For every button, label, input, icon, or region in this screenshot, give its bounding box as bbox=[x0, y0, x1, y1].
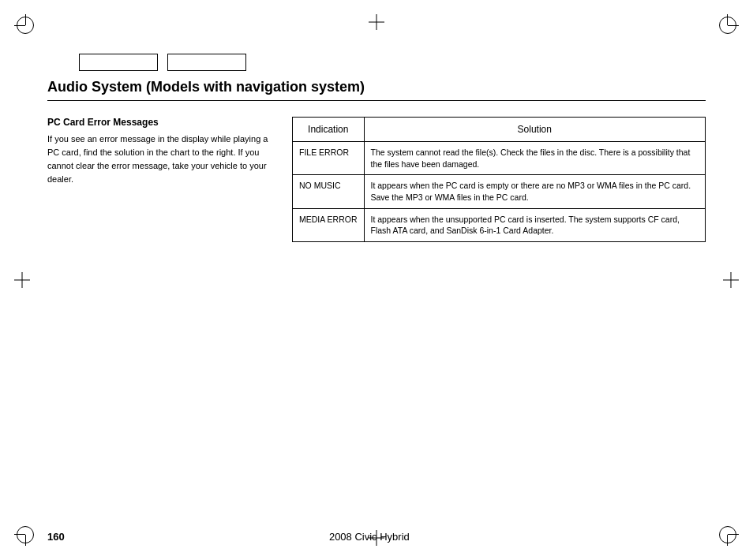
footer: 160 2008 Civic Hybrid bbox=[47, 531, 706, 543]
tab-area bbox=[79, 54, 246, 71]
error-table: Indication Solution FILE ERRORThe system… bbox=[292, 117, 706, 242]
two-column-layout: PC Card Error Messages If you see an err… bbox=[47, 117, 706, 242]
table-row: FILE ERRORThe system cannot read the fil… bbox=[293, 142, 706, 175]
table-row: NO MUSICIt appears when the PC card is e… bbox=[293, 175, 706, 208]
reg-mark-bl bbox=[14, 524, 36, 546]
page: Audio System (Models with navigation sys… bbox=[0, 0, 753, 560]
footer-center-text: 2008 Civic Hybrid bbox=[65, 531, 674, 543]
col-solution-header: Solution bbox=[364, 118, 705, 142]
section-heading: PC Card Error Messages bbox=[47, 117, 276, 128]
col-indication-header: Indication bbox=[293, 118, 365, 142]
solution-cell-2: It appears when the unsupported PC card … bbox=[364, 208, 705, 241]
left-column: PC Card Error Messages If you see an err… bbox=[47, 117, 292, 242]
section-body: If you see an error message in the displ… bbox=[47, 133, 276, 186]
solution-cell-1: It appears when the PC card is empty or … bbox=[364, 175, 705, 208]
tab-rect-2 bbox=[167, 54, 246, 71]
crosshair-top bbox=[369, 14, 384, 30]
solution-cell-0: The system cannot read the file(s). Chec… bbox=[364, 142, 705, 175]
crosshair-right bbox=[723, 272, 739, 288]
indication-cell-0: FILE ERROR bbox=[293, 142, 365, 175]
table-row: MEDIA ERRORIt appears when the unsupport… bbox=[293, 208, 706, 241]
tab-rect-1 bbox=[79, 54, 158, 71]
page-number: 160 bbox=[47, 531, 65, 543]
reg-mark-br bbox=[717, 524, 739, 546]
main-content: Audio System (Models with navigation sys… bbox=[47, 79, 706, 497]
crosshair-left bbox=[14, 272, 30, 288]
page-title: Audio System (Models with navigation sys… bbox=[47, 79, 706, 95]
right-column: Indication Solution FILE ERRORThe system… bbox=[292, 117, 706, 242]
reg-mark-tl bbox=[14, 14, 36, 36]
indication-cell-2: MEDIA ERROR bbox=[293, 208, 365, 241]
indication-cell-1: NO MUSIC bbox=[293, 175, 365, 208]
page-title-area: Audio System (Models with navigation sys… bbox=[47, 79, 706, 101]
reg-mark-tr bbox=[717, 14, 739, 36]
table-header-row: Indication Solution bbox=[293, 118, 706, 142]
